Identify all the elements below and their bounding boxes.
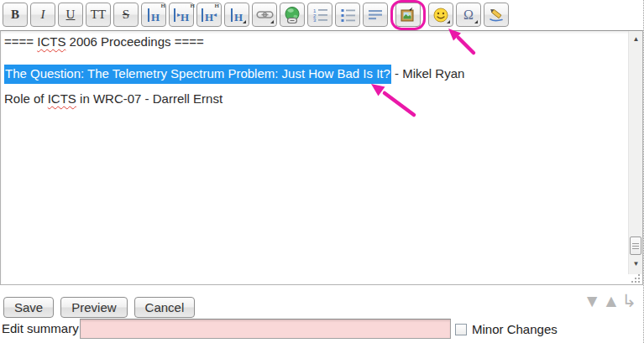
italic-icon: I	[41, 8, 45, 22]
bold-icon: B	[11, 8, 19, 22]
heading-increase-icon: ▸ HH	[174, 8, 189, 23]
globe-link-icon	[283, 6, 301, 24]
insert-image-button[interactable]	[395, 3, 421, 27]
minor-changes-checkbox[interactable]	[455, 324, 467, 335]
underline-button[interactable]: U	[58, 3, 83, 27]
scroll-down-icon[interactable]: ▼	[629, 257, 643, 270]
dropdown-corner-icon	[270, 20, 274, 23]
smiley-button[interactable]	[428, 3, 453, 27]
editor-line: The Question: The Telemetry Spectrum Pro…	[4, 65, 626, 83]
heading-button[interactable]: HH	[141, 3, 166, 27]
omega-icon: Ω	[463, 8, 474, 23]
image-button-wrap	[395, 3, 421, 27]
dropdown-corner-icon	[243, 20, 246, 23]
image-icon	[400, 7, 416, 23]
signature-button[interactable]	[484, 3, 509, 27]
misspelled-word: ICTS	[48, 91, 76, 106]
heading-decrease-icon: HH ◂	[202, 8, 217, 23]
heading-menu-button[interactable]: H	[224, 3, 249, 27]
heading-decrease-button[interactable]: HH ◂	[196, 3, 222, 27]
bullet-list-button[interactable]	[335, 3, 360, 27]
bullet-list-icon	[340, 8, 356, 22]
return-icon[interactable]: ↳	[621, 291, 637, 311]
teletype-icon: TT	[91, 8, 106, 22]
edit-summary-label: Edit summary	[2, 321, 79, 335]
heading-menu-icon: H	[231, 8, 243, 23]
bold-button[interactable]: B	[3, 3, 28, 27]
numbered-list-icon: 1 2 3	[312, 8, 328, 22]
move-down-icon[interactable]: ▼	[584, 291, 602, 311]
editor-line: ==== ICTS 2006 Proceedings ====	[4, 33, 626, 51]
cancel-button[interactable]: Cancel	[134, 297, 196, 318]
strikethrough-button[interactable]: S	[113, 3, 139, 27]
misspelled-word: ICTS	[37, 34, 65, 49]
special-character-button[interactable]: Ω	[456, 3, 481, 27]
underline-icon: U	[66, 8, 76, 22]
save-button[interactable]: Save	[3, 297, 54, 318]
svg-text:3: 3	[313, 18, 317, 22]
action-buttons: Save Preview Cancel	[3, 297, 195, 318]
edit-summary-row: Edit summary Minor Changes	[2, 319, 643, 340]
editor-scrollbar[interactable]: ▲ ▼	[628, 31, 642, 274]
indent-button[interactable]	[363, 3, 388, 27]
editor-content: ==== ICTS 2006 Proceedings ==== The Ques…	[4, 33, 626, 108]
editor-line: Role of ICTS in WRC-07 - Darrell Ernst	[4, 90, 626, 108]
preview-button[interactable]: Preview	[60, 297, 127, 318]
external-link-button[interactable]	[280, 3, 305, 27]
wiki-edit-page: B I U TT S HH ▸ HH H	[0, 0, 644, 343]
dropdown-corner-icon	[447, 20, 450, 23]
move-controls: ▼ ▲ ↳	[584, 291, 637, 311]
scroll-up-icon[interactable]: ▲	[629, 32, 643, 45]
minor-changes-label: Minor Changes	[472, 322, 558, 336]
link-button[interactable]	[252, 3, 277, 27]
signature-pen-icon	[488, 8, 505, 23]
dropdown-corner-icon	[474, 20, 478, 23]
heading-icon: HH	[148, 8, 160, 23]
teletype-button[interactable]: TT	[86, 3, 111, 27]
italic-button[interactable]: I	[30, 3, 55, 27]
editor-toolbar: B I U TT S HH ▸ HH H	[3, 3, 509, 27]
resize-grip-icon[interactable]	[631, 273, 641, 283]
move-up-icon[interactable]: ▲	[603, 291, 621, 311]
minor-changes-wrap: Minor Changes	[455, 322, 558, 336]
chain-link-icon	[256, 8, 274, 21]
scrollbar-thumb[interactable]	[630, 236, 641, 255]
edit-summary-input[interactable]	[80, 319, 451, 339]
strikethrough-icon: S	[123, 8, 129, 22]
selected-text: The Question: The Telemetry Spectrum Pro…	[4, 65, 391, 84]
indent-lines-icon	[368, 9, 383, 21]
heading-increase-button[interactable]: ▸ HH	[169, 3, 194, 27]
wikitext-editor[interactable]: ==== ICTS 2006 Proceedings ==== The Ques…	[0, 30, 643, 285]
numbered-list-button[interactable]: 1 2 3	[307, 3, 332, 27]
